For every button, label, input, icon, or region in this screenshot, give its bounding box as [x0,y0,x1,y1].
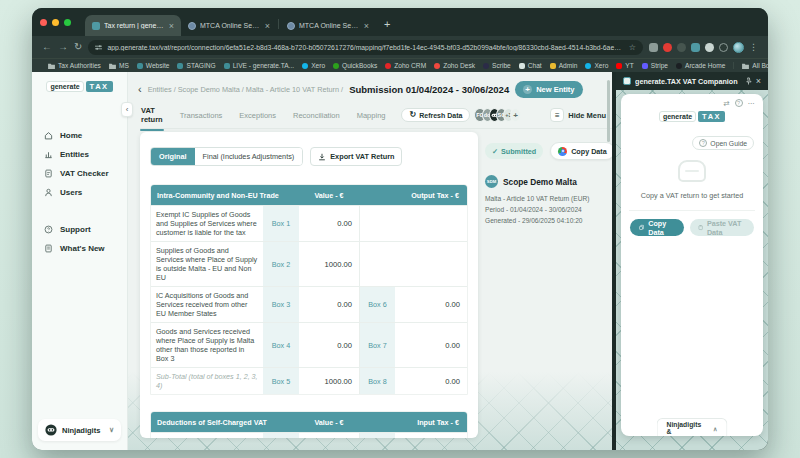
app-sidebar: generate TAX ‹ Home Entities VAT Checker [32,72,128,450]
bookmark-item[interactable]: Arcade Home [676,62,725,69]
back-chevron-icon[interactable]: ‹ [138,84,142,95]
browser-tab[interactable]: MTCA Online Services × [280,15,376,36]
close-window-button[interactable] [40,19,47,26]
tab-mapping[interactable]: Mapping [356,105,387,126]
subtotal-row: Sub-Total (total of boxes 1, 2, 3, 4) Bo… [151,367,467,394]
box-label: Box 13 [359,433,395,438]
help-icon[interactable]: ? [735,99,743,107]
extension-icon[interactable] [677,43,686,52]
paste-vat-data-button[interactable]: Paste VAT Data [690,219,754,236]
bookmark-item[interactable]: Zoho Desk [434,62,475,69]
user-menu[interactable]: Ninjadigits ∨ [38,419,121,441]
tab-separator [278,19,279,29]
open-guide-button[interactable]: ? Open Guide [692,136,754,150]
sidebar-item-home[interactable]: Home [32,126,127,145]
document-check-icon [44,169,53,178]
version-toggle: Original Final (Includes Adjustments) [150,147,303,166]
box-value: 3403.98 [395,433,467,438]
box-value: 1000.00 [299,368,359,394]
export-vat-return-button[interactable]: Export VAT Return [310,147,402,166]
extension-icon[interactable] [719,43,728,52]
profile-avatar[interactable] [733,42,744,53]
bookmark-item[interactable]: Zoho CRM [385,62,426,69]
robot-avatar [45,424,57,436]
tab-transactions[interactable]: Transactions [179,105,224,126]
table-header: Intra-Community and Non-EU Trade Value -… [151,185,467,205]
add-user-button[interactable]: + [510,108,521,122]
zoom-window-button[interactable] [64,19,71,26]
url-text: app.generate.tax/vat/report/connection/6… [107,44,623,51]
box-label: Box 4 [263,323,299,367]
reload-icon[interactable]: ↻ [74,42,82,52]
bookmark-item[interactable]: Admin [550,62,578,69]
url-bar[interactable]: app.generate.tax/vat/report/connection/6… [88,40,643,55]
box-label: Box 7 [359,323,395,367]
browser-tab[interactable]: MTCA Online Services × [181,15,277,36]
sidebar-item-entities[interactable]: Entities [32,145,127,164]
forward-icon[interactable]: → [58,42,68,52]
box-label: Box 2 [263,242,299,286]
box-label [359,242,395,286]
back-icon[interactable]: ← [42,42,52,52]
site-settings-icon[interactable] [95,44,102,51]
tab-vat-return[interactable]: VAT return [140,100,164,130]
sidebar-item-vat-checker[interactable]: VAT Checker [32,164,127,183]
companion-copy-data-button[interactable]: Copy Data [630,219,684,236]
close-tab-icon[interactable]: × [364,21,369,31]
bookmark-item[interactable]: Chat [519,62,542,69]
swap-icon[interactable]: ⇄ [723,99,729,108]
minimize-window-button[interactable] [52,19,59,26]
close-panel-icon[interactable]: × [756,76,761,86]
refresh-data-button[interactable]: ↻ Refresh Data [401,108,470,122]
sidebar-item-support[interactable]: Support [32,220,127,239]
browser-tab-active[interactable]: Tax return | generate.TAX × [85,15,181,36]
bookmark-item[interactable]: LIVE - generate.TA... [224,62,294,69]
hide-menu-button[interactable]: ≡ Hide Menu [550,108,606,122]
bookmark-folder[interactable]: Tax Authorities [48,62,101,69]
bookmark-item[interactable]: YT [616,62,633,69]
bookmark-item[interactable]: QuickBooks [333,62,377,69]
new-tab-button[interactable]: + [384,18,390,30]
breadcrumb[interactable]: Entities / Scope Demo Malta / Malta - Ar… [148,85,343,94]
new-entity-button[interactable]: + New Entity [515,81,582,98]
pin-icon[interactable] [745,77,752,85]
more-options-icon[interactable]: ⋯ [748,99,756,108]
sidebar-collapse-button[interactable]: ‹ [121,102,133,117]
extension-icon[interactable] [691,43,700,52]
browser-menu-icon[interactable]: ⋮ [749,42,758,52]
user-icon [44,188,53,197]
toggle-original[interactable]: Original [151,148,195,165]
tab-reconciliation[interactable]: Reconciliation [292,105,341,126]
sidebar-item-users[interactable]: Users [32,183,127,202]
table-row: Goods and Services received where Place … [151,322,467,367]
plus-icon: + [523,85,532,94]
bookmark-item[interactable]: Scribe [483,62,511,69]
extension-icon[interactable] [649,43,658,52]
extensions-puzzle-icon[interactable] [705,43,714,52]
companion-title: generate.TAX VAT Companion [635,77,741,86]
bookmark-item[interactable]: Stripe [642,62,668,69]
companion-footer-user[interactable]: Ninjadigits & ∧ [657,418,728,436]
box-value: 0.00 [395,287,467,322]
bookmark-item[interactable]: STAGING [177,62,215,69]
bookmark-item[interactable]: Xero [302,62,325,69]
bookmark-item[interactable]: Website [137,62,170,69]
box-value [395,242,467,286]
bookmark-star-icon[interactable]: ☆ [629,43,636,52]
copy-data-button[interactable]: Copy Data [550,142,615,160]
check-icon: ✓ [492,147,498,156]
close-tab-icon[interactable]: × [169,21,174,31]
extension-icon[interactable] [663,43,672,52]
scrollbar-thumb[interactable] [607,80,610,142]
toggle-final[interactable]: Final (Includes Adjustments) [195,148,303,165]
sidebar-item-whats-new[interactable]: What's New [32,239,127,258]
companion-body: ⇄ ? ⋯ generate TAX ? Open Guide Copy a V… [621,94,763,436]
bookmark-folder[interactable]: MS [109,62,129,69]
tab-exceptions[interactable]: Exceptions [238,105,277,126]
all-bookmarks-button[interactable]: All Bookmarks [733,62,768,69]
box-label: Box 8 [359,368,395,394]
tab-title: MTCA Online Services [200,22,261,29]
bookmark-item[interactable]: Xero [585,62,608,69]
close-tab-icon[interactable]: × [265,21,270,31]
box-label: Box 9 [263,433,299,438]
